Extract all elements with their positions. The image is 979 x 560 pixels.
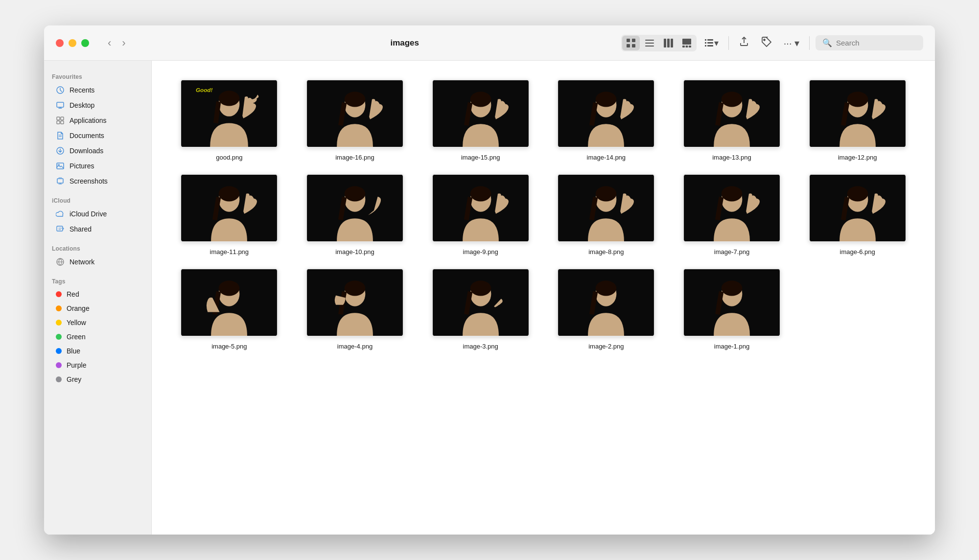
svg-rect-23 (57, 117, 60, 120)
svg-rect-17 (707, 39, 713, 41)
svg-rect-10 (682, 39, 691, 45)
share-button[interactable] (735, 34, 753, 52)
svg-rect-9 (671, 39, 673, 47)
tag-button[interactable] (757, 34, 776, 52)
tag-grey-label: Grey (67, 375, 81, 383)
downloads-label: Downloads (70, 147, 103, 155)
svg-point-69 (722, 186, 743, 201)
desktop-icon (56, 101, 65, 110)
list-item[interactable]: Good! good.png (171, 75, 287, 165)
svg-rect-14 (705, 39, 706, 41)
list-item[interactable]: image-7.png (674, 170, 790, 259)
tag-color-red (56, 291, 62, 297)
svg-rect-1 (632, 39, 635, 42)
svg-point-38 (219, 91, 240, 106)
file-thumbnail (809, 174, 907, 242)
svg-point-78 (345, 280, 366, 296)
list-item[interactable]: image-13.png (674, 75, 790, 165)
file-thumbnail (306, 174, 404, 242)
file-thumbnail (306, 79, 404, 148)
list-item[interactable]: image-1.png (674, 264, 790, 354)
list-item[interactable]: image-14.png (548, 75, 664, 165)
icon-view-button[interactable] (622, 36, 640, 50)
recents-label: Recents (70, 86, 94, 94)
list-item[interactable]: image-9.png (422, 170, 538, 259)
toolbar-divider (728, 36, 729, 50)
svg-rect-3 (632, 44, 635, 47)
list-item[interactable]: image-16.png (297, 75, 413, 165)
group-button[interactable]: ▾ (700, 35, 723, 51)
sidebar-item-icloud-drive[interactable]: iCloud Drive (48, 207, 147, 221)
sidebar-item-shared[interactable]: Shared (48, 222, 147, 236)
tag-purple-label: Purple (67, 361, 86, 369)
list-view-button[interactable] (641, 36, 658, 50)
sidebar-item-tag-orange[interactable]: Orange (48, 302, 147, 315)
list-item[interactable]: image-10.png (297, 170, 413, 259)
back-button[interactable]: ‹ (104, 35, 115, 51)
sidebar-item-pictures[interactable]: Pictures (48, 159, 147, 173)
column-view-button[interactable] (659, 36, 677, 50)
sidebar-item-downloads[interactable]: Downloads (48, 143, 147, 158)
list-item[interactable]: image-12.png (799, 75, 915, 165)
sidebar-item-tag-green[interactable]: Green (48, 330, 147, 344)
list-item[interactable]: image-2.png (548, 264, 664, 354)
sidebar-item-recents[interactable]: Recents (48, 83, 147, 97)
svg-point-54 (847, 92, 868, 107)
svg-rect-11 (682, 46, 685, 47)
tag-color-grey (56, 376, 62, 382)
list-item[interactable]: image-4.png (297, 264, 413, 354)
close-button[interactable] (56, 39, 64, 47)
gallery-view-button[interactable] (678, 36, 696, 50)
svg-rect-12 (685, 46, 688, 47)
content-area: Favourites Recents Desktop (44, 61, 935, 535)
svg-point-57 (219, 186, 240, 201)
more-button[interactable]: ··· ▾ (780, 35, 803, 51)
file-name: image-15.png (461, 154, 500, 161)
shared-icon (56, 225, 65, 233)
list-item[interactable]: image-11.png (171, 170, 287, 259)
downloads-icon (56, 146, 65, 155)
sidebar-item-tag-grey[interactable]: Grey (48, 373, 147, 386)
tag-blue-label: Blue (67, 347, 80, 355)
minimize-button[interactable] (69, 39, 76, 47)
svg-point-60 (345, 186, 366, 201)
search-input[interactable] (836, 39, 916, 47)
file-grid: Good! good.png (152, 61, 935, 535)
sidebar-item-screenshots[interactable]: Screenshots (48, 174, 147, 188)
list-item[interactable]: image-8.png (548, 170, 664, 259)
file-name: image-2.png (588, 343, 624, 350)
list-item[interactable]: image-3.png (422, 264, 538, 354)
sidebar-item-network[interactable]: Network (48, 255, 147, 269)
file-name: image-16.png (335, 154, 374, 161)
svg-rect-32 (57, 179, 63, 183)
desktop-label: Desktop (70, 101, 94, 109)
titlebar: ‹ › images (44, 25, 935, 61)
sidebar-item-applications[interactable]: Applications (48, 113, 147, 128)
sidebar-item-desktop[interactable]: Desktop (48, 98, 147, 113)
maximize-button[interactable] (81, 39, 89, 47)
list-item[interactable]: image-5.png (171, 264, 287, 354)
sidebar-item-documents[interactable]: Documents (48, 128, 147, 143)
pictures-label: Pictures (70, 162, 94, 170)
file-thumbnail (180, 174, 278, 242)
file-thumbnail (432, 268, 530, 337)
svg-rect-22 (57, 102, 64, 107)
icloud-drive-icon (56, 210, 65, 218)
list-item[interactable]: image-15.png (422, 75, 538, 165)
svg-rect-19 (707, 45, 713, 47)
sidebar-item-tag-blue[interactable]: Blue (48, 344, 147, 358)
svg-rect-4 (645, 40, 654, 41)
forward-button[interactable]: › (118, 35, 129, 51)
svg-rect-16 (705, 45, 706, 47)
file-grid-row-1: Good! good.png (171, 75, 915, 165)
traffic-lights (56, 39, 89, 47)
file-thumbnail (809, 79, 907, 148)
sidebar-item-tag-red[interactable]: Red (48, 287, 147, 301)
list-item[interactable]: image-6.png (799, 170, 915, 259)
file-thumbnail (683, 268, 781, 337)
tag-green-label: Green (67, 333, 86, 341)
sidebar-item-tag-purple[interactable]: Purple (48, 358, 147, 372)
file-thumbnail (557, 268, 655, 337)
sidebar-item-tag-yellow[interactable]: Yellow (48, 316, 147, 329)
file-name: image-6.png (840, 248, 875, 256)
